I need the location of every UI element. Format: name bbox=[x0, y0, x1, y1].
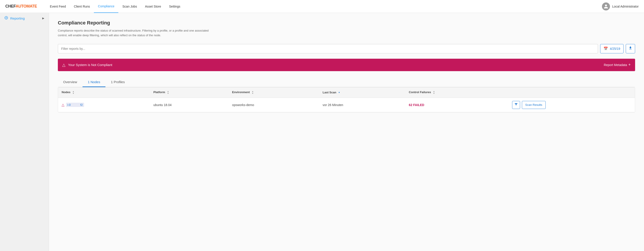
avatar bbox=[602, 2, 610, 10]
control-failures-cell: 62 FAILED bbox=[405, 98, 508, 112]
tab-nodes[interactable]: 1 Nodes bbox=[82, 77, 106, 87]
last-scan-sort-icon: ▼ bbox=[338, 92, 340, 94]
main-layout: Reporting ▶ Compliance Reporting Complia… bbox=[0, 13, 644, 251]
nav-event-feed[interactable]: Event Feed bbox=[46, 0, 70, 13]
nodes-table-wrap: Nodes ▲▼ Platform ▲▼ Environment ▲▼ La bbox=[58, 87, 635, 112]
nav-asset-store[interactable]: Asset Store bbox=[141, 0, 165, 13]
compliance-banner: △ Your System is Not Compliant Report Me… bbox=[58, 59, 635, 71]
page-description: Compliance reports describe the status o… bbox=[58, 28, 214, 38]
control-failures-sort-icon: ▲▼ bbox=[433, 90, 435, 94]
node-warning-icon: △ bbox=[62, 103, 64, 107]
report-metadata-label: Report Metadata bbox=[604, 63, 627, 67]
col-nodes[interactable]: Nodes ▲▼ bbox=[58, 87, 150, 98]
nodes-table: Nodes ▲▼ Platform ▲▼ Environment ▲▼ La bbox=[58, 87, 635, 112]
platform-cell: ubuntu 18.04 bbox=[150, 98, 229, 112]
filter-input[interactable] bbox=[61, 47, 594, 50]
date-value: 4/25/19 bbox=[610, 47, 620, 50]
banner-left: △ Your System is Not Compliant bbox=[62, 62, 604, 67]
plus-icon: + bbox=[628, 62, 631, 67]
main-content: Compliance Reporting Compliance reports … bbox=[49, 13, 644, 251]
node-name: i-0 f2 bbox=[66, 103, 84, 107]
sidebar-item-reporting[interactable]: Reporting ▶ bbox=[0, 13, 49, 23]
reporting-icon bbox=[4, 16, 8, 20]
top-nav: CHEFAUTOMATE Event Feed Client Runs Comp… bbox=[0, 0, 644, 13]
col-platform[interactable]: Platform ▲▼ bbox=[150, 87, 229, 98]
brand-automate: AUTOMATE bbox=[16, 4, 37, 8]
environment-cell: opsworks-demo bbox=[228, 98, 319, 112]
col-last-scan[interactable]: Last Scan ▼ bbox=[319, 87, 405, 98]
tabs: Overview 1 Nodes 1 Profiles bbox=[58, 77, 635, 87]
table-header-row: Nodes ▲▼ Platform ▲▼ Environment ▲▼ La bbox=[58, 87, 635, 98]
platform-sort-icon: ▲▼ bbox=[167, 90, 169, 94]
download-button[interactable] bbox=[626, 44, 635, 53]
col-actions bbox=[508, 87, 635, 98]
nav-links: Event Feed Client Runs Compliance Scan J… bbox=[46, 0, 602, 13]
svg-point-1 bbox=[6, 17, 7, 18]
date-filter-button[interactable]: 📅 4/25/19 bbox=[600, 44, 624, 53]
sidebar-item-label: Reporting bbox=[10, 16, 25, 20]
filter-input-wrap[interactable] bbox=[58, 44, 598, 53]
tab-overview[interactable]: Overview bbox=[58, 77, 82, 87]
nav-client-runs[interactable]: Client Runs bbox=[70, 0, 94, 13]
chevron-right-icon: ▶ bbox=[42, 17, 44, 20]
failed-badge: 62 FAILED bbox=[409, 103, 424, 107]
nav-scan-jobs[interactable]: Scan Jobs bbox=[118, 0, 141, 13]
node-link[interactable]: △ i-0 f2 bbox=[62, 103, 146, 107]
tab-profiles[interactable]: 1 Profiles bbox=[106, 77, 130, 87]
last-scan-cell: vor 26 Minuten bbox=[319, 98, 405, 112]
warning-icon: △ bbox=[62, 62, 66, 67]
filter-bar: 📅 4/25/19 bbox=[58, 44, 635, 53]
node-cell: △ i-0 f2 bbox=[58, 98, 150, 112]
download-icon bbox=[628, 46, 632, 51]
filter-node-button[interactable] bbox=[512, 101, 520, 109]
sidebar: Reporting ▶ bbox=[0, 13, 49, 251]
nav-user[interactable]: Local Administrator bbox=[602, 2, 639, 10]
row-actions: Scan Results bbox=[512, 101, 631, 109]
col-control-failures[interactable]: Control Failures ▲▼ bbox=[405, 87, 508, 98]
col-environment[interactable]: Environment ▲▼ bbox=[228, 87, 319, 98]
page-title: Compliance Reporting bbox=[58, 20, 635, 26]
brand-logo[interactable]: CHEFAUTOMATE bbox=[5, 4, 37, 9]
brand-chef: CHEF bbox=[5, 4, 16, 8]
banner-text: Your System is Not Compliant bbox=[68, 63, 112, 67]
calendar-icon: 📅 bbox=[604, 46, 608, 51]
nav-settings[interactable]: Settings bbox=[165, 0, 184, 13]
environment-sort-icon: ▲▼ bbox=[252, 90, 254, 94]
report-metadata-button[interactable]: Report Metadata + bbox=[604, 62, 631, 67]
user-name: Local Administrator bbox=[612, 5, 639, 8]
nodes-sort-icon: ▲▼ bbox=[72, 90, 74, 94]
scan-results-button[interactable]: Scan Results bbox=[522, 101, 546, 109]
nav-compliance[interactable]: Compliance bbox=[94, 0, 118, 13]
actions-cell: Scan Results bbox=[508, 98, 635, 112]
table-row: △ i-0 f2 ubuntu 18.04 opsworks-demo vor … bbox=[58, 98, 635, 112]
filter-icon bbox=[514, 103, 518, 107]
